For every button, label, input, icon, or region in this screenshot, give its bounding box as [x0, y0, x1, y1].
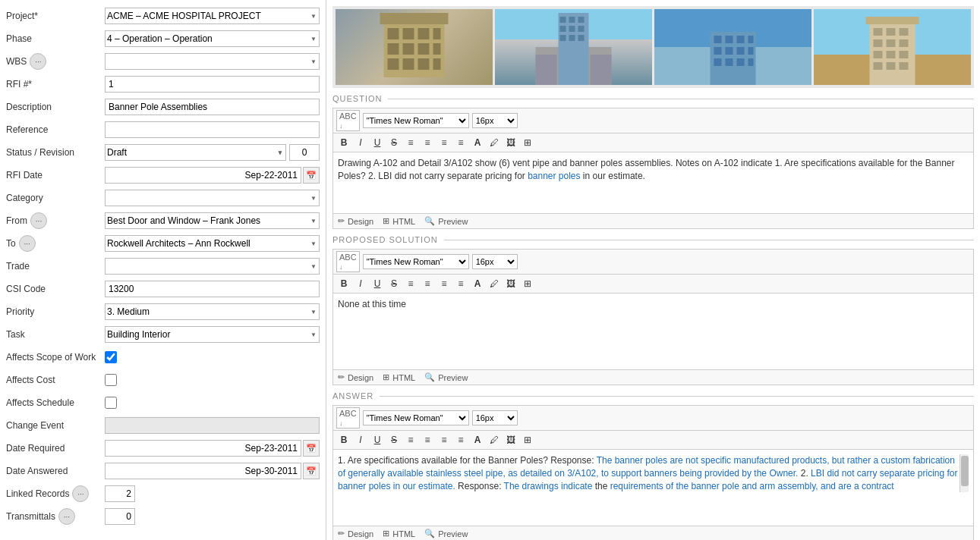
answer-highlight-button[interactable]: 🖊: [487, 432, 502, 447]
answer-section-header: ANSWER: [332, 391, 974, 400]
question-table-button[interactable]: ⊞: [520, 135, 535, 150]
csi-input[interactable]: [105, 281, 320, 297]
transmittals-more-icon[interactable]: ···: [58, 508, 75, 525]
category-select[interactable]: [105, 190, 320, 206]
answer-html-table-icon: ⊞: [383, 529, 389, 538]
question-underline-button[interactable]: U: [370, 135, 385, 150]
affects-scope-row: Affects Scope of Work: [6, 347, 320, 367]
question-align-left-button[interactable]: ≡: [403, 135, 418, 150]
answer-size-select[interactable]: 16px: [472, 410, 518, 425]
wbs-select[interactable]: [105, 53, 320, 70]
answer-bold-button[interactable]: B: [336, 432, 351, 447]
question-html-tab[interactable]: ⊞ HTML: [383, 216, 415, 226]
question-bold-button[interactable]: B: [336, 135, 351, 150]
answer-preview-tab[interactable]: 🔍 Preview: [424, 529, 468, 538]
proposed-size-select[interactable]: 16px: [472, 254, 518, 269]
svg-rect-25: [536, 55, 557, 85]
proposed-align-right-button[interactable]: ≡: [436, 276, 452, 291]
priority-select[interactable]: 3. Medium: [105, 303, 320, 320]
affects-scope-checkbox[interactable]: [105, 351, 117, 363]
answer-align-justify-button[interactable]: ≡: [453, 432, 468, 447]
project-select[interactable]: ACME – ACME HOSPITAL PROJECT: [105, 8, 320, 24]
answer-align-right-button[interactable]: ≡: [436, 432, 452, 447]
question-italic-button[interactable]: I: [353, 135, 368, 150]
rfi-date-calendar-button[interactable]: 📅: [303, 167, 320, 184]
question-abc-icon: ABC↓: [336, 110, 360, 131]
answer-content[interactable]: 1. Are specifications available for the …: [333, 450, 973, 526]
from-select[interactable]: Best Door and Window – Frank Jones: [105, 212, 320, 229]
to-more-icon[interactable]: ···: [19, 235, 36, 252]
question-size-select[interactable]: 16px: [472, 113, 518, 128]
proposed-font-color-button[interactable]: A: [470, 276, 485, 291]
question-content[interactable]: Drawing A-102 and Detail 3/A102 show (6)…: [333, 152, 973, 213]
proposed-content[interactable]: None at this time: [333, 294, 973, 369]
proposed-align-justify-button[interactable]: ≡: [453, 276, 468, 291]
question-design-tab[interactable]: ✏ Design: [338, 216, 373, 226]
answer-font-select[interactable]: "Times New Roman": [363, 410, 469, 425]
proposed-italic-button[interactable]: I: [353, 276, 368, 291]
trade-select[interactable]: [105, 258, 320, 275]
from-more-icon[interactable]: ···: [30, 212, 47, 229]
answer-html-tab[interactable]: ⊞ HTML: [383, 529, 415, 538]
building-image-2: [495, 9, 652, 85]
question-font-select[interactable]: "Times New Roman": [363, 113, 469, 128]
affects-cost-checkbox[interactable]: [105, 374, 117, 386]
proposed-html-tab[interactable]: ⊞ HTML: [383, 372, 415, 382]
question-highlight-button[interactable]: 🖊: [487, 135, 502, 150]
svg-rect-10: [403, 58, 414, 70]
proposed-align-left-button[interactable]: ≡: [403, 276, 418, 291]
status-select[interactable]: Draft: [105, 144, 286, 161]
wbs-more-icon[interactable]: ···: [30, 53, 46, 70]
rfi-date-input[interactable]: [105, 167, 301, 184]
svg-rect-36: [748, 47, 754, 55]
affects-cost-label: Affects Cost: [6, 375, 105, 385]
proposed-font-select[interactable]: "Times New Roman": [363, 254, 469, 269]
answer-italic-button[interactable]: I: [353, 432, 368, 447]
svg-rect-29: [714, 36, 722, 43]
question-strike-button[interactable]: S: [386, 135, 402, 150]
revision-input[interactable]: [289, 144, 320, 161]
answer-table-button[interactable]: ⊞: [520, 432, 535, 447]
phase-select[interactable]: 4 – Operation – Operation: [105, 30, 320, 47]
date-required-input[interactable]: [105, 440, 301, 457]
date-required-calendar-button[interactable]: 📅: [303, 440, 320, 457]
proposed-preview-tab[interactable]: 🔍 Preview: [424, 372, 468, 382]
linked-records-more-icon[interactable]: ···: [72, 485, 89, 502]
proposed-strike-button[interactable]: S: [386, 276, 402, 291]
proposed-highlight-button[interactable]: 🖊: [487, 276, 502, 291]
proposed-align-center-button[interactable]: ≡: [420, 276, 435, 291]
question-align-justify-button[interactable]: ≡: [453, 135, 468, 150]
answer-align-left-button[interactable]: ≡: [403, 432, 418, 447]
rfi-date-field: 📅: [105, 167, 320, 184]
answer-underline-button[interactable]: U: [370, 432, 385, 447]
affects-schedule-checkbox[interactable]: [105, 397, 117, 409]
question-align-center-button[interactable]: ≡: [420, 135, 435, 150]
answer-design-tab[interactable]: ✏ Design: [338, 529, 373, 538]
date-answered-calendar-button[interactable]: 📅: [303, 463, 320, 479]
building-svg-1: [336, 9, 493, 85]
change-event-input[interactable]: [105, 417, 320, 434]
svg-rect-37: [714, 58, 722, 66]
proposed-design-tab[interactable]: ✏ Design: [338, 372, 373, 382]
answer-align-center-button[interactable]: ≡: [420, 432, 435, 447]
answer-scrollbar[interactable]: [960, 454, 969, 492]
to-select[interactable]: Rockwell Architects – Ann Rockwell: [105, 235, 320, 252]
question-align-right-button[interactable]: ≡: [436, 135, 452, 150]
question-image-button[interactable]: 🖼: [503, 135, 518, 150]
question-preview-tab[interactable]: 🔍 Preview: [424, 216, 468, 226]
date-answered-input[interactable]: [105, 463, 301, 479]
proposed-bold-button[interactable]: B: [336, 276, 351, 291]
answer-strike-button[interactable]: S: [386, 432, 402, 447]
question-font-color-button[interactable]: A: [470, 135, 485, 150]
task-select[interactable]: Building Interior: [105, 326, 320, 343]
answer-font-color-button[interactable]: A: [470, 432, 485, 447]
rfi-input[interactable]: [105, 76, 320, 93]
answer-image-button[interactable]: 🖼: [503, 432, 518, 447]
proposed-table-button[interactable]: ⊞: [520, 276, 535, 291]
answer-scrollbar-thumb[interactable]: [961, 456, 969, 486]
proposed-underline-button[interactable]: U: [370, 276, 385, 291]
rfi-label: RFI #*: [6, 79, 105, 89]
reference-input[interactable]: [105, 121, 320, 138]
proposed-image-button[interactable]: 🖼: [503, 276, 518, 291]
description-input[interactable]: [105, 99, 320, 115]
